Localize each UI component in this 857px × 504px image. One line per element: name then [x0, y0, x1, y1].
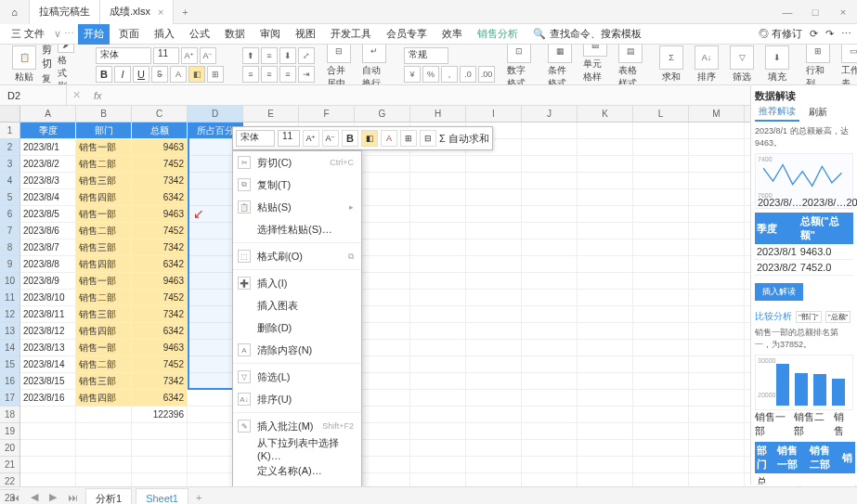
- tab-doc2[interactable]: 成绩.xlsx×: [100, 0, 174, 24]
- mini-dec-icon[interactable]: A⁻: [322, 130, 339, 147]
- sheet-nav-next[interactable]: ▶: [45, 491, 60, 503]
- data-cell[interactable]: 2023/8/15: [20, 373, 76, 390]
- data-cell[interactable]: 9463: [132, 206, 188, 223]
- data-cell[interactable]: 6342: [132, 189, 188, 206]
- data-cell[interactable]: 7342: [132, 373, 188, 390]
- comma-icon[interactable]: ,: [441, 66, 458, 83]
- ctx-item[interactable]: ➕插入(I): [233, 272, 361, 294]
- ctx-item[interactable]: 删除(D): [233, 317, 361, 339]
- data-cell[interactable]: 销售四部: [76, 323, 132, 340]
- mini-fill-icon[interactable]: ◧: [361, 130, 378, 147]
- ctx-item[interactable]: 从下拉列表中选择(K)…: [233, 437, 361, 459]
- fx-icon[interactable]: fx: [86, 90, 110, 101]
- align-center-icon[interactable]: ≡: [261, 66, 278, 83]
- data-cell[interactable]: 7452: [132, 223, 188, 239]
- ctx-item[interactable]: 定义名称(A)…: [233, 459, 361, 482]
- data-cell[interactable]: 7342: [132, 306, 188, 323]
- select-all-corner[interactable]: [0, 106, 19, 123]
- tab-home[interactable]: ⌂: [0, 0, 30, 24]
- data-cell[interactable]: 销售一部: [76, 139, 132, 156]
- side-tab-recommend[interactable]: 推荐解读: [755, 103, 799, 122]
- number-format[interactable]: 常规: [404, 47, 448, 64]
- cancel-formula-icon[interactable]: ✕: [67, 89, 86, 101]
- mini-merge-icon[interactable]: ⊟: [420, 130, 436, 147]
- row-header-2[interactable]: 2: [0, 139, 19, 156]
- data-cell[interactable]: [410, 407, 466, 423]
- col-header-M[interactable]: M: [689, 106, 745, 122]
- row-header-14[interactable]: 14: [0, 340, 19, 356]
- col-header-D[interactable]: D: [188, 106, 243, 122]
- ctx-item[interactable]: A清除内容(N): [233, 339, 361, 361]
- menu-insert[interactable]: 插入: [149, 24, 180, 45]
- ctx-item[interactable]: 选择性粘贴(S)…: [233, 218, 361, 240]
- data-cell[interactable]: 销售二部: [76, 356, 132, 373]
- fill-color-icon[interactable]: ◧: [188, 66, 205, 83]
- font-color-icon[interactable]: A: [170, 66, 187, 83]
- mini-sum-button[interactable]: Σ 自动求和: [439, 132, 489, 146]
- row-header-6[interactable]: 6: [0, 206, 19, 223]
- data-cell[interactable]: 销售四部: [76, 390, 132, 407]
- close-icon[interactable]: ×: [158, 6, 163, 18]
- row-header-23[interactable]: 23: [0, 490, 19, 504]
- row-header-4[interactable]: 4: [0, 173, 19, 189]
- col-header-F[interactable]: F: [299, 106, 355, 122]
- ctx-item[interactable]: A↓排序(U): [233, 388, 361, 410]
- percent-icon[interactable]: %: [422, 66, 439, 83]
- cell-style-button[interactable]: ▨单元格样式: [580, 45, 610, 85]
- data-cell[interactable]: 销售二部: [76, 223, 132, 239]
- col-header-B[interactable]: B: [76, 106, 132, 122]
- data-cell[interactable]: 2023/8/6: [20, 223, 76, 239]
- data-cell[interactable]: 销售三部: [76, 373, 132, 390]
- data-cell[interactable]: 2023/8/9: [20, 273, 76, 290]
- sync-icon[interactable]: ⟳: [810, 28, 818, 40]
- row-header-22[interactable]: 22: [0, 473, 19, 490]
- data-cell[interactable]: 9463: [132, 340, 188, 356]
- currency-icon[interactable]: ¥: [404, 66, 421, 83]
- data-cell[interactable]: 7452: [132, 156, 188, 173]
- col-header-C[interactable]: C: [132, 106, 188, 122]
- col-header-J[interactable]: J: [522, 106, 578, 122]
- border-icon[interactable]: ⊞: [207, 66, 224, 83]
- underline-icon[interactable]: U: [133, 66, 149, 83]
- data-cell[interactable]: 2023/8/11: [20, 306, 76, 323]
- ctx-item[interactable]: ✂剪切(C)Ctrl+C: [233, 151, 361, 174]
- ctx-item[interactable]: 🔗超链接(H)…Ctrl+K: [233, 482, 361, 486]
- bold-icon[interactable]: B: [96, 66, 112, 83]
- menu-review[interactable]: 审阅: [254, 24, 286, 45]
- data-cell[interactable]: 销售三部: [76, 239, 132, 256]
- sort-button[interactable]: A↓排序: [692, 45, 721, 84]
- mini-border-icon[interactable]: ⊞: [400, 130, 417, 147]
- ctx-item[interactable]: ⬚格式刷(O)⧉: [233, 245, 361, 267]
- data-cell[interactable]: 2023/8/7: [20, 239, 76, 256]
- menu-start[interactable]: 开始: [78, 24, 110, 45]
- data-cell[interactable]: [76, 407, 132, 423]
- data-cell[interactable]: 7342: [132, 173, 188, 189]
- number-type-button[interactable]: ⊡数字格式: [504, 45, 534, 85]
- data-cell[interactable]: 2023/8/16: [20, 390, 76, 407]
- data-cell[interactable]: [633, 407, 689, 423]
- col-header-G[interactable]: G: [355, 106, 410, 122]
- align-left-icon[interactable]: ≡: [242, 66, 259, 83]
- header-cell[interactable]: 总额: [132, 123, 188, 139]
- data-cell[interactable]: 7452: [132, 356, 188, 373]
- col-header-I[interactable]: I: [466, 106, 522, 122]
- data-cell[interactable]: 销售一部: [76, 206, 132, 223]
- ctx-item[interactable]: ⧉复制(T): [233, 174, 361, 196]
- merge-button[interactable]: ⊟合并居中: [324, 45, 354, 85]
- data-cell[interactable]: 2023/8/4: [20, 189, 76, 206]
- mini-inc-icon[interactable]: A⁺: [303, 130, 319, 147]
- cells[interactable]: 季度部门总额所占百分2023/8/1销售一部94632023/8/2销售二部74…: [20, 123, 857, 486]
- rowcol-button[interactable]: ⊞行和列: [803, 45, 833, 85]
- row-header-18[interactable]: 18: [0, 407, 19, 423]
- data-cell[interactable]: 2023/8/14: [20, 356, 76, 373]
- row-header-19[interactable]: 19: [0, 423, 19, 440]
- col-header-L[interactable]: L: [633, 106, 689, 122]
- data-cell[interactable]: 销售一部: [76, 340, 132, 356]
- menu-dev[interactable]: 开发工具: [325, 24, 377, 45]
- row-header-3[interactable]: 3: [0, 156, 19, 173]
- name-box[interactable]: D2: [0, 85, 67, 105]
- side-tab-refresh[interactable]: 刷新: [805, 104, 831, 121]
- menu-data[interactable]: 数据: [219, 24, 251, 45]
- table-style-button[interactable]: ▤表格样式: [616, 45, 645, 85]
- row-header-7[interactable]: 7: [0, 223, 19, 239]
